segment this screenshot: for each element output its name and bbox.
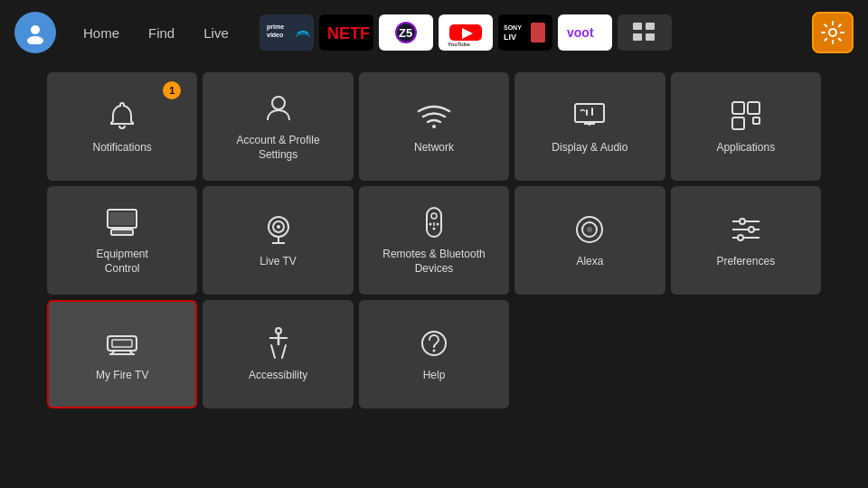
tile-label-applications: Applications [716, 141, 775, 155]
nav-links: Home Find Live [71, 20, 241, 46]
display-icon [571, 99, 609, 132]
svg-point-35 [755, 113, 757, 115]
notification-badge: 1 [163, 81, 181, 99]
svg-text:LIV: LIV [504, 33, 516, 42]
tile-live-tv[interactable]: Live TV [203, 186, 353, 295]
svg-rect-58 [740, 219, 745, 224]
svg-text:NETFLIX: NETFLIX [327, 24, 370, 42]
tile-label-account: Account & ProfileSettings [237, 134, 320, 162]
zee5-shortcut[interactable]: Z5 [379, 14, 433, 51]
svg-point-70 [432, 350, 435, 352]
svg-text:prime: prime [267, 23, 284, 31]
voot-shortcut[interactable]: voot [558, 14, 612, 51]
netflix-shortcut[interactable]: NETFLIX [319, 14, 373, 51]
svg-rect-30 [591, 108, 593, 116]
tile-label-display-audio: Display & Audio [552, 141, 627, 155]
tile-alexa[interactable]: Alexa [514, 186, 665, 295]
svg-point-1 [27, 36, 43, 44]
tile-notifications[interactable]: 1 Notifications [47, 72, 197, 181]
svg-text:video: video [267, 32, 283, 38]
svg-rect-22 [646, 23, 655, 30]
person-icon [259, 92, 297, 125]
svg-rect-60 [738, 235, 743, 240]
tile-accessibility[interactable]: Accessibility [203, 300, 353, 408]
sonyliv-shortcut[interactable]: SONY LIV [498, 14, 552, 51]
svg-rect-37 [109, 212, 135, 225]
wifi-icon [415, 99, 453, 132]
alexa-icon [571, 213, 609, 246]
prime-video-shortcut[interactable]: prime video [259, 14, 314, 51]
svg-rect-21 [633, 23, 642, 30]
svg-point-66 [276, 328, 281, 333]
svg-text:voot: voot [567, 25, 594, 40]
svg-rect-65 [112, 340, 132, 347]
app-shortcuts: prime video NETFLIX Z5 [259, 14, 805, 51]
tile-label-live-tv: Live TV [259, 255, 296, 269]
svg-point-43 [277, 225, 280, 229]
svg-rect-23 [633, 33, 642, 41]
tile-label-my-fire-tv: My Fire TV [96, 369, 148, 383]
tile-label-alexa: Alexa [576, 255, 603, 269]
svg-point-27 [432, 125, 436, 128]
settings-grid: 1 Notifications Account & ProfileSetting… [47, 72, 821, 408]
home-nav[interactable]: Home [71, 20, 132, 46]
svg-rect-28 [575, 104, 604, 122]
svg-point-54 [587, 227, 592, 232]
tile-display-audio[interactable]: Display & Audio [514, 72, 665, 181]
tile-label-help: Help [423, 369, 446, 383]
tile-help[interactable]: Help [359, 300, 509, 408]
firetv-icon [103, 327, 141, 360]
tile-label-notifications: Notifications [93, 141, 152, 155]
tile-label-preferences: Preferences [716, 255, 775, 269]
svg-rect-32 [748, 102, 760, 114]
svg-rect-38 [111, 230, 133, 235]
svg-text:SONY: SONY [504, 24, 522, 31]
tile-label-accessibility: Accessibility [249, 369, 307, 383]
svg-point-47 [431, 213, 437, 219]
tile-applications[interactable]: Applications [671, 72, 821, 181]
svg-point-25 [829, 29, 836, 36]
svg-text:Z5: Z5 [399, 26, 412, 40]
tv-icon [103, 206, 141, 239]
svg-rect-34 [753, 117, 760, 124]
tile-equipment-control[interactable]: EquipmentControl [47, 186, 197, 295]
svg-point-50 [429, 223, 431, 226]
help-icon [415, 327, 453, 360]
svg-rect-17 [531, 23, 545, 42]
svg-point-0 [31, 25, 40, 34]
navbar: Home Find Live prime video NETFLIX [0, 0, 868, 65]
tile-account-profile[interactable]: Account & ProfileSettings [203, 72, 353, 181]
settings-button[interactable] [812, 12, 854, 53]
tile-label-remotes-bluetooth: Remotes & BluetoothDevices [382, 248, 485, 276]
accessibility-icon [259, 327, 297, 360]
all-apps-shortcut[interactable] [618, 14, 672, 51]
tile-my-fire-tv[interactable]: My Fire TV [47, 300, 197, 408]
svg-rect-29 [586, 109, 588, 116]
antenna-icon [259, 213, 297, 246]
user-avatar[interactable] [14, 12, 56, 53]
sliders-icon [727, 213, 765, 246]
bell-icon [103, 99, 141, 132]
tile-preferences[interactable]: Preferences [671, 186, 821, 295]
svg-point-26 [272, 97, 285, 109]
svg-rect-33 [732, 117, 744, 129]
svg-rect-59 [749, 227, 754, 232]
tile-remotes-bluetooth[interactable]: Remotes & BluetoothDevices [359, 186, 509, 295]
live-nav[interactable]: Live [191, 20, 241, 46]
tile-label-network: Network [414, 141, 454, 155]
settings-area: 1 Notifications Account & ProfileSetting… [0, 65, 868, 416]
find-nav[interactable]: Find [136, 20, 187, 46]
tile-label-equipment-control: EquipmentControl [97, 248, 148, 276]
svg-rect-24 [646, 33, 655, 41]
remote-icon [415, 206, 453, 239]
svg-rect-20 [627, 17, 663, 48]
youtube-shortcut[interactable]: YouTube [439, 14, 493, 51]
svg-text:YouTube: YouTube [448, 42, 470, 47]
svg-rect-31 [732, 102, 744, 114]
svg-point-51 [436, 223, 439, 226]
svg-point-49 [432, 228, 435, 230]
apps-icon [727, 99, 765, 132]
tile-network[interactable]: Network [359, 72, 509, 181]
